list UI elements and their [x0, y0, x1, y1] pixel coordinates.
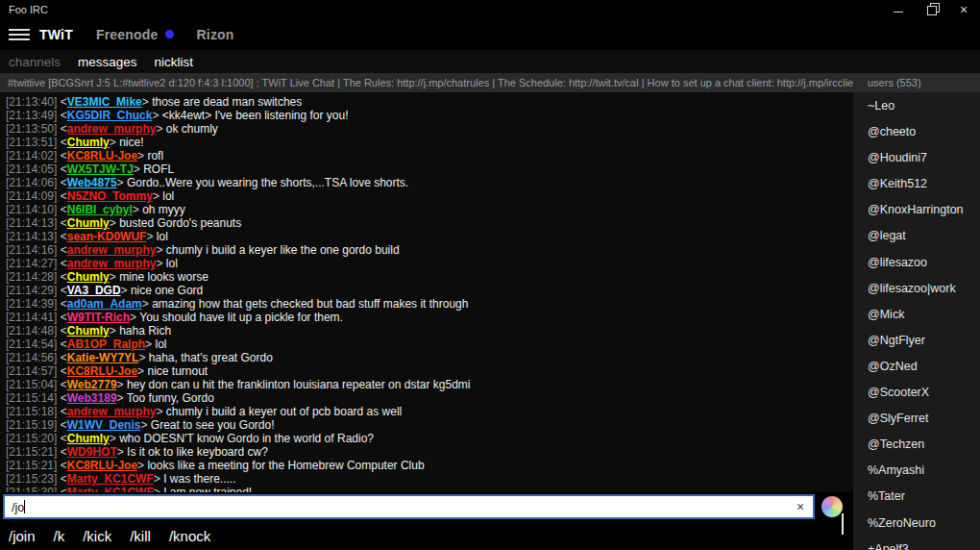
nick-link[interactable]: KC8RLU-Joe [67, 364, 137, 378]
user-list-item[interactable]: @lifesazoo [853, 250, 980, 276]
nick-link[interactable]: sean-KD0WUF [67, 230, 147, 243]
timestamp: [21:14:57] [6, 364, 57, 378]
user-list-item[interactable]: %ZeroNeuro [853, 511, 980, 537]
timestamp: [21:14:54] [6, 338, 57, 351]
command-suggestion[interactable]: /kick [83, 528, 111, 544]
nick-link[interactable]: Web4875 [67, 176, 117, 189]
user-list-item[interactable]: +Apelf3 [853, 537, 980, 550]
chat-message: [21:14:57] <KC8RLU-Joe> nice turnout [6, 364, 853, 378]
nick-link[interactable]: Web2779 [67, 378, 117, 391]
chat-message: [21:13:40] <VE3MIC_Mike> those are dead … [6, 95, 853, 109]
command-suggestion[interactable]: /knock [169, 528, 210, 544]
nick-link[interactable]: Marty_KC1CWF [67, 472, 154, 486]
message-text: I am now trained! [163, 486, 252, 492]
user-list-item[interactable]: @NgtFlyer [853, 328, 980, 354]
chat-log: [21:13:40] <VE3MIC_Mike> those are dead … [0, 92, 853, 492]
scrollbar-thumb[interactable] [842, 513, 844, 535]
nick-link[interactable]: W1WV_Denis [67, 418, 141, 432]
user-list-item[interactable]: @lifesazoo|work [853, 276, 980, 302]
message-text: haha, that's great Gordo [149, 351, 273, 364]
chat-message: [21:13:50] <andrew_murphy> ok chumly [6, 122, 853, 136]
close-button[interactable]: × [947, 0, 980, 19]
nick-link[interactable]: WD9HOT [67, 445, 117, 459]
command-suggestion[interactable]: /k [54, 528, 65, 544]
users-count-header: users (553) [853, 77, 980, 88]
nick-link[interactable]: andrew_murphy [67, 257, 157, 270]
nick-link[interactable]: andrew_murphy [67, 243, 157, 257]
user-list-item[interactable]: @Techzen [853, 432, 980, 458]
message-text: ok chumly [166, 122, 218, 136]
hamburger-menu-icon[interactable] [9, 26, 30, 43]
chat-message: [21:14:13] <sean-KD0WUF> lol [6, 230, 853, 243]
message-text: lol [166, 257, 178, 270]
chat-message: [21:14:06] <Web4875> Gordo..Were you wea… [6, 176, 853, 189]
nick-link[interactable]: AB1OP_Ralph [67, 338, 145, 351]
user-list-item[interactable]: @Keith512 [853, 171, 980, 197]
command-suggestion[interactable]: /join [9, 528, 36, 544]
tab-rizon[interactable]: Rizon [197, 27, 234, 42]
user-list-panel: ~Leo@cheeto@Houdini7@Keith512@KnoxHarrin… [853, 92, 980, 550]
nick-link[interactable]: Chumly [67, 432, 110, 445]
user-list-item[interactable]: @OzNed [853, 354, 980, 380]
command-suggestion[interactable]: /kill [130, 528, 151, 544]
subtab-messages[interactable]: messages [78, 55, 137, 69]
timestamp: [21:13:49] [6, 109, 57, 122]
message-input[interactable]: /jo × [3, 494, 815, 519]
nick-link[interactable]: KC8RLU-Joe [67, 459, 137, 472]
subtab-channels[interactable]: channels [9, 55, 61, 69]
user-list-item[interactable]: @legat [853, 223, 980, 249]
nick-link[interactable]: Marty_KC1CWF [67, 486, 154, 492]
nick-link[interactable]: KC8RLU-Joe [67, 149, 137, 162]
nick-link[interactable]: Web3189 [67, 391, 117, 405]
minimize-button[interactable] [882, 0, 915, 19]
chat-message: [21:14:56] <Katie-WY7YL> haha, that's gr… [6, 351, 853, 364]
user-list-item[interactable]: @Mick [853, 302, 980, 328]
nick-link[interactable]: N5ZNO_Tommy [67, 189, 153, 203]
chat-message: [21:15:18] <andrew_murphy> chumly i buil… [6, 405, 853, 418]
message-text: chumly i build a keyer like the one gord… [166, 243, 400, 257]
nick-link[interactable]: Chumly [67, 216, 110, 230]
timestamp: [21:14:39] [6, 297, 57, 311]
message-text: oh myyy [142, 203, 185, 216]
message-text: lol [157, 230, 168, 243]
restore-button[interactable] [915, 0, 947, 19]
user-list-item[interactable]: %Tater [853, 484, 980, 510]
chat-message: [21:15:19] <W1WV_Denis> Great to see you… [6, 418, 853, 432]
message-text: mine looks worse [119, 270, 208, 284]
nick-link[interactable]: VE3MIC_Mike [67, 95, 142, 109]
user-list-item[interactable]: @ScooterX [853, 380, 980, 406]
user-list-item[interactable]: @cheeto [853, 119, 980, 145]
input-row: /jo × [0, 492, 853, 521]
clear-input-icon[interactable]: × [788, 499, 813, 514]
emoji-picker-icon[interactable] [821, 496, 843, 517]
message-text: nice turnout [147, 364, 208, 378]
nick-link[interactable]: Chumly [67, 324, 110, 338]
notification-dot [165, 30, 174, 38]
tab-twit[interactable]: TWiT [39, 27, 73, 42]
message-text: <kk4ewt> I've been listening for you! [162, 109, 349, 122]
nick-link[interactable]: andrew_murphy [67, 405, 157, 418]
user-list-item[interactable]: %Amyashi [853, 458, 980, 484]
nick-link[interactable]: ad0am_Adam [67, 297, 142, 311]
timestamp: [21:14:13] [6, 230, 57, 243]
user-list-item[interactable]: ~Leo [853, 93, 980, 119]
tab-freenode[interactable]: Freenode [96, 27, 174, 42]
nick-link[interactable]: andrew_murphy [67, 122, 157, 136]
message-text: busted Gordo's peanuts [119, 216, 241, 230]
user-list-item[interactable]: @Houdini7 [853, 145, 980, 171]
nick-link[interactable]: Katie-WY7YL [67, 351, 139, 364]
subtab-nicklist[interactable]: nicklist [155, 55, 194, 69]
nick-link[interactable]: VA3_DGD [67, 284, 121, 297]
nick-link[interactable]: Chumly [67, 270, 110, 284]
nick-link[interactable]: Chumly [67, 136, 110, 149]
nick-link[interactable]: KG5DIR_Chuck [67, 109, 153, 122]
message-text: Gordo..Were you wearing the shorts,...TS… [127, 176, 408, 189]
nick-link[interactable]: WX5TJW-TJ [67, 162, 134, 176]
user-list-item[interactable]: @SlyFerret [853, 406, 980, 432]
nick-link[interactable]: N6IBI_cybyl [67, 203, 133, 216]
chat-message: [21:15:14] <Web3189> Too funny, Gordo [6, 391, 853, 405]
message-text: hey don can u hit the franklinton louisi… [127, 378, 471, 391]
timestamp: [21:15:21] [6, 445, 57, 459]
user-list-item[interactable]: @KnoxHarrington [853, 197, 980, 223]
nick-link[interactable]: W9TIT-Rich [67, 311, 130, 324]
